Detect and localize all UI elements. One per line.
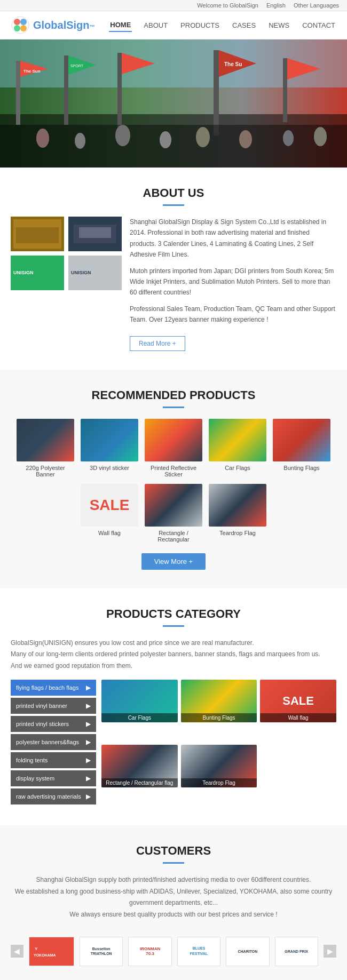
main-nav: HOME ABOUT PRODUCTS CASES NEWS CONTACT: [109, 19, 336, 32]
svg-point-1: [14, 19, 20, 25]
category-desc-3: And we earned good reputation from them.: [11, 660, 336, 672]
about-img-2: [68, 217, 122, 251]
about-section: ABOUT US: [0, 168, 347, 370]
cat-item-polyester[interactable]: polyester banners&flags ▶: [11, 734, 96, 750]
svg-point-26: [239, 130, 252, 148]
svg-point-23: [115, 125, 130, 146]
products-grid: 220g Polyester Banner 3D vinyl sticker P…: [11, 419, 336, 543]
view-more-button[interactable]: View More +: [141, 553, 206, 570]
cat-product-teardrop[interactable]: Teardrop Flag: [181, 745, 257, 787]
hero-svg: The Sun SPORT The Su: [0, 39, 347, 168]
about-img-1-svg: [11, 217, 64, 251]
about-img-4-svg: UNISIGN: [68, 256, 122, 290]
cat-product-label-2: Bunting Flags: [181, 713, 257, 722]
about-img-4: UNISIGN: [68, 256, 122, 290]
product-img-7: [145, 484, 202, 527]
customer-logo-blues: BLUES FESTIVAL: [177, 937, 220, 966]
cat-arrow-icon-5: ▶: [86, 756, 91, 764]
cat-product-car-flags[interactable]: Car Flags: [101, 680, 178, 722]
logo-icon: [11, 15, 30, 35]
cat-item-printed-vinyl[interactable]: printed vinyl banner ▶: [11, 698, 96, 714]
product-name-3: Printed Reflective Sticker: [145, 465, 202, 477]
carousel-next-button[interactable]: ▶: [324, 945, 336, 958]
product-card-2[interactable]: 3D vinyl sticker: [81, 419, 138, 477]
category-sidebar: flying flags / beach flags ▶ printed vin…: [11, 680, 96, 807]
svg-rect-31: [16, 227, 59, 243]
about-para-1: Shanghai GlobalSign Display & Sign Syste…: [130, 217, 336, 260]
logo[interactable]: GlobalSign™: [11, 15, 95, 35]
about-img-1: [11, 217, 64, 251]
svg-point-21: [36, 129, 49, 148]
customer-logo-busselton: Busselton TRIATHLON: [80, 937, 123, 966]
cat-arrow-icon-2: ▶: [86, 702, 91, 710]
about-para-3: Professional Sales Team, Production Team…: [130, 304, 336, 325]
about-img-2-svg: [68, 217, 122, 251]
cat-product-label-1: Car Flags: [101, 713, 178, 722]
cat-arrow-icon-7: ▶: [86, 793, 91, 800]
customers-desc-3: We always ensure best quality products w…: [11, 909, 336, 921]
header: GlobalSign™ HOME ABOUT PRODUCTS CASES NE…: [0, 11, 347, 39]
svg-point-2: [20, 19, 27, 25]
about-text: Shanghai GlobalSign Display & Sign Syste…: [130, 217, 336, 351]
category-title: PRODUCTS CATEGORY: [11, 607, 336, 621]
svg-rect-8: [16, 61, 20, 125]
lang-other[interactable]: Other Languages: [294, 2, 339, 9]
welcome-text: Welcome to GlobalSign: [197, 2, 258, 9]
cat-product-bunting-flags[interactable]: Bunting Flags: [181, 680, 257, 722]
svg-rect-16: [214, 50, 219, 136]
svg-point-24: [160, 131, 171, 148]
category-desc-2: Many of our long-term clients ordered pr…: [11, 649, 336, 660]
yokohama-svg: Y YOKOHAMA: [32, 939, 71, 963]
category-section: PRODUCTS CATEGORY GlobalSign(UNISIGN) en…: [0, 588, 347, 826]
svg-text:YOKOHAMA: YOKOHAMA: [34, 953, 56, 957]
product-name-8: Teardrop Flag: [209, 530, 266, 536]
nav-about[interactable]: ABOUT: [143, 19, 169, 31]
product-name-6: Wall flag: [81, 530, 138, 536]
product-card-4[interactable]: Car Flags: [209, 419, 266, 477]
customers-title: CUSTOMERS: [11, 844, 336, 858]
about-row-2: UNISIGN UNISIGN: [11, 256, 122, 290]
cat-product-wall-flag[interactable]: SALE Wall flag: [260, 680, 336, 722]
cat-item-vinyl-stickers[interactable]: printed vinyl stickers ▶: [11, 716, 96, 732]
product-img-1: [17, 419, 74, 461]
nav-home[interactable]: HOME: [109, 19, 132, 32]
cat-item-display[interactable]: display system ▶: [11, 770, 96, 786]
cat-item-flying-flags[interactable]: flying flags / beach flags ▶: [11, 680, 96, 696]
product-card-1[interactable]: 220g Polyester Banner: [17, 419, 74, 477]
svg-point-27: [283, 130, 294, 146]
customer-logo-chariton: CHARITON: [226, 937, 269, 966]
product-img-8: [209, 484, 266, 527]
cat-item-folding-tents[interactable]: folding tents ▶: [11, 752, 96, 768]
product-card-6[interactable]: SALE Wall flag: [81, 484, 138, 543]
customers-desc-2: We established a long good business-ship…: [11, 886, 336, 909]
cat-arrow-icon-6: ▶: [86, 775, 91, 782]
svg-point-0: [12, 17, 29, 34]
product-card-3[interactable]: Printed Reflective Sticker: [145, 419, 202, 477]
customers-section: CUSTOMERS Shanghai GlobalSign supply bot…: [0, 825, 347, 980]
nav-products[interactable]: PRODUCTS: [179, 19, 220, 31]
product-card-8[interactable]: Teardrop Flag: [209, 484, 266, 543]
cat-product-rectangle[interactable]: Rectangle / Rectangular flag: [101, 745, 178, 787]
carousel-prev-button[interactable]: ◀: [11, 945, 23, 958]
svg-text:The Su: The Su: [224, 61, 242, 67]
cat-item-raw-materials[interactable]: raw advertising materials ▶: [11, 788, 96, 804]
customers-desc: Shanghai GlobalSign supply both printed/…: [11, 874, 336, 920]
svg-point-28: [314, 127, 327, 146]
nav-news[interactable]: NEWS: [267, 19, 290, 31]
about-title: ABOUT US: [11, 186, 336, 200]
product-img-2: [81, 419, 138, 461]
customers-logos: ◀ Y YOKOHAMA Busselton TRIATHLON IRONMAN…: [11, 931, 336, 971]
category-desc: GlobalSign(UNISIGN) ensures you low cost…: [11, 638, 336, 672]
logo-text: GlobalSign™: [33, 19, 95, 31]
product-card-5[interactable]: Bunting Flags: [273, 419, 330, 477]
product-name-5: Bunting Flags: [273, 465, 330, 471]
read-more-button[interactable]: Read More +: [130, 336, 185, 351]
product-card-7[interactable]: Rectangle / Rectangular: [145, 484, 202, 543]
nav-contact[interactable]: CONTACT: [301, 19, 336, 31]
cat-product-label-4: Rectangle / Rectangular flag: [101, 778, 178, 787]
customer-logo-ironman: IRONMAN 70.3: [128, 937, 171, 966]
hero-scene: The Sun SPORT The Su: [0, 39, 347, 168]
about-img-3: UNISIGN: [11, 256, 64, 290]
lang-english[interactable]: English: [266, 2, 286, 9]
nav-cases[interactable]: CASES: [231, 19, 257, 31]
